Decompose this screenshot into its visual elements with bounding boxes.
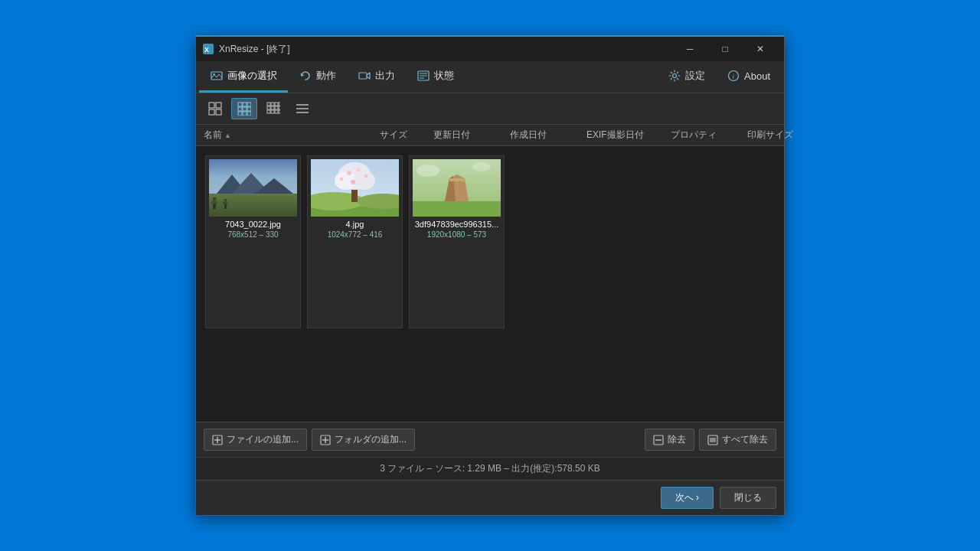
menu-bar: 画像の選択 動作 出力	[196, 61, 784, 93]
window-title: XnResize - [終了]	[219, 43, 672, 56]
view-large-button[interactable]	[202, 98, 228, 119]
empty-area	[196, 337, 784, 422]
svg-rect-29	[271, 106, 274, 109]
xnresize-icon: X	[202, 43, 214, 55]
col-header-properties: プロパティ	[666, 129, 743, 142]
maximize-button[interactable]: □	[707, 37, 743, 61]
action-icon	[299, 69, 312, 83]
thumbnail-grid: 7043_0022.jpg 768x512 – 330	[196, 146, 784, 337]
svg-rect-67	[449, 178, 465, 181]
image-icon	[210, 69, 224, 83]
add-file-button[interactable]: ファイルの追加...	[204, 429, 307, 451]
footer-bar: 次へ › 閉じる	[196, 480, 784, 515]
svg-rect-41	[209, 194, 297, 217]
view-medium-button[interactable]	[231, 98, 257, 119]
thumb-details-2: 1024x772 – 416	[311, 230, 399, 239]
svg-point-62	[364, 174, 368, 178]
svg-point-9	[673, 74, 677, 78]
thumbnail-image-1	[209, 159, 297, 217]
svg-rect-33	[267, 110, 270, 113]
svg-point-57	[354, 171, 375, 190]
svg-rect-19	[238, 107, 242, 111]
content-area: 7043_0022.jpg 768x512 – 330	[196, 146, 784, 422]
svg-rect-34	[271, 110, 274, 113]
col-header-print-size: 印刷サイズ	[743, 129, 835, 142]
svg-point-61	[340, 178, 344, 181]
menu-item-about-label: About	[744, 70, 770, 82]
close-button[interactable]: ✕	[743, 37, 778, 61]
col-header-size: サイズ	[375, 129, 429, 142]
svg-rect-28	[267, 106, 270, 109]
svg-rect-31	[279, 103, 280, 106]
svg-point-60	[351, 180, 355, 184]
menu-item-status-label: 状態	[434, 69, 454, 83]
menu-item-status[interactable]: 状態	[406, 61, 465, 93]
remove-button[interactable]: 除去	[645, 429, 694, 451]
col-header-name[interactable]: 名前 ▲	[199, 129, 375, 142]
svg-rect-14	[209, 109, 214, 115]
svg-rect-26	[271, 103, 274, 106]
list-item[interactable]: 3df947839ec996315... 1920x1080 – 573	[409, 155, 505, 328]
menu-item-output[interactable]: 出力	[347, 61, 406, 93]
svg-rect-20	[243, 107, 247, 111]
thumb-info-3: 3df947839ec996315... 1920x1080 – 573	[413, 220, 501, 239]
add-folder-button[interactable]: フォルダの追加...	[312, 429, 415, 451]
svg-rect-21	[247, 107, 251, 111]
svg-rect-17	[243, 103, 247, 106]
add-folder-label: フォルダの追加...	[335, 433, 407, 446]
output-icon	[358, 69, 371, 83]
svg-rect-35	[275, 110, 278, 113]
window-controls: ─ □ ✕	[672, 37, 778, 61]
view-small-button[interactable]	[260, 98, 286, 119]
list-item[interactable]: 7043_0022.jpg 768x512 – 330	[205, 155, 301, 328]
title-bar: X XnResize - [終了] ─ □ ✕	[196, 37, 784, 61]
svg-rect-64	[413, 201, 501, 217]
status-text: 3 ファイル – ソース: 1.29 MB – 出力(推定):578.50 KB	[380, 463, 599, 474]
about-icon: i	[727, 69, 740, 83]
svg-rect-12	[209, 103, 214, 108]
remove-all-label: すべて除去	[722, 433, 768, 446]
svg-rect-22	[238, 112, 242, 116]
view-toolbar	[196, 93, 784, 125]
col-header-created: 作成日付	[505, 129, 582, 142]
svg-rect-36	[279, 110, 280, 113]
thumb-details-1: 768x512 – 330	[209, 230, 297, 239]
column-headers: 名前 ▲ サイズ 更新日付 作成日付 EXIF撮影日付 プロパティ 印刷サイズ	[196, 125, 784, 146]
minimize-button[interactable]: ─	[672, 37, 707, 61]
col-header-exif: EXIF撮影日付	[582, 129, 666, 142]
next-button[interactable]: 次へ ›	[661, 487, 714, 509]
thumb-filename-2: 4.jpg	[311, 220, 399, 229]
menu-item-image-select[interactable]: 画像の選択	[199, 61, 288, 93]
svg-point-59	[356, 168, 361, 172]
menu-item-settings[interactable]: 設定	[657, 61, 716, 93]
add-file-label: ファイルの追加...	[227, 433, 299, 446]
thumb-info-1: 7043_0022.jpg 768x512 – 330	[209, 220, 297, 239]
close-dialog-button[interactable]: 閉じる	[720, 487, 776, 509]
menu-item-image-select-label: 画像の選択	[227, 69, 277, 83]
svg-rect-27	[275, 103, 278, 106]
svg-rect-25	[267, 103, 270, 106]
svg-text:i: i	[733, 73, 735, 80]
menu-item-action-label: 動作	[316, 69, 336, 83]
thumbnail-image-2	[311, 159, 399, 217]
menu-item-action[interactable]: 動作	[288, 61, 347, 93]
svg-text:X: X	[204, 46, 209, 54]
svg-point-58	[347, 171, 351, 175]
main-window: X XnResize - [終了] ─ □ ✕ 画像の選択	[195, 35, 785, 516]
svg-point-3	[213, 73, 214, 75]
svg-rect-16	[238, 103, 242, 106]
thumb-filename-1: 7043_0022.jpg	[209, 220, 297, 229]
status-icon	[416, 69, 430, 83]
svg-point-68	[416, 165, 439, 177]
remove-all-button[interactable]: すべて除去	[699, 429, 776, 451]
thumb-details-3: 1920x1080 – 573	[413, 230, 501, 239]
thumbnail-image-3	[413, 159, 501, 217]
list-item[interactable]: 4.jpg 1024x772 – 416	[307, 155, 403, 328]
svg-rect-30	[275, 106, 278, 109]
svg-rect-32	[279, 106, 280, 109]
view-list-button[interactable]	[289, 98, 315, 119]
thumb-filename-3: 3df947839ec996315...	[413, 220, 501, 229]
svg-rect-4	[359, 73, 367, 79]
svg-rect-23	[243, 112, 247, 116]
menu-item-about[interactable]: i About	[716, 61, 781, 93]
